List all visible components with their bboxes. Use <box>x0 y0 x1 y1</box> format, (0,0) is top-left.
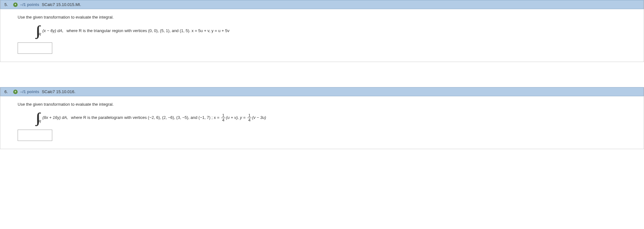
points-label: –/1 points <box>20 2 39 7</box>
answer-input[interactable] <box>18 42 52 54</box>
plus-icon[interactable]: + <box>13 3 18 7</box>
integrand: (8x + 16y) dA, <box>42 115 68 120</box>
question-body: Use the given transformation to evaluate… <box>0 96 644 149</box>
question-header[interactable]: 6. + –/1 points SCalc7 15.10.016. <box>0 87 644 96</box>
book-reference: SCalc7 15.10.016. <box>42 89 76 94</box>
question-header[interactable]: 5. + –/1 points SCalc7 15.10.015.MI. <box>0 0 644 9</box>
fraction: 14 <box>221 113 225 123</box>
question-body: Use the given transformation to evaluate… <box>0 9 644 62</box>
question-block: 5. + –/1 points SCalc7 15.10.015.MI. Use… <box>0 0 644 62</box>
question-block: 6. + –/1 points SCalc7 15.10.016. Use th… <box>0 87 644 149</box>
math-expression: ∫∫ R (8x + 16y) dA, where R is the paral… <box>37 112 641 123</box>
region-description: where R is the parallelogram with vertic… <box>71 115 266 120</box>
fraction: 14 <box>247 113 251 123</box>
question-prompt: Use the given transformation to evaluate… <box>18 15 641 20</box>
question-number: 5. <box>4 2 11 7</box>
plus-icon[interactable]: + <box>13 90 18 94</box>
double-integral-icon: ∫∫ R <box>37 112 39 123</box>
math-expression: ∫∫ R (x − 6y) dA, where R is the triangu… <box>37 25 641 36</box>
question-number: 6. <box>4 89 11 94</box>
double-integral-icon: ∫∫ R <box>37 25 39 36</box>
question-prompt: Use the given transformation to evaluate… <box>18 102 641 107</box>
book-reference: SCalc7 15.10.015.MI. <box>42 2 81 7</box>
answer-input[interactable] <box>18 130 52 141</box>
region-description: where R is the triangular region with ve… <box>66 28 229 33</box>
integrand: (x − 6y) dA, <box>42 28 64 33</box>
points-label: –/1 points <box>20 89 39 94</box>
